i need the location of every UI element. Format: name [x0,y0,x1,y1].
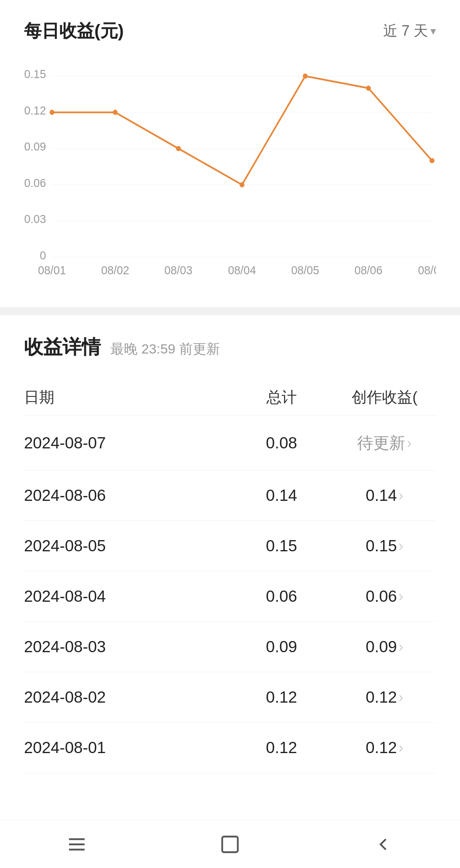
svg-point-22 [240,182,244,187]
svg-text:0.03: 0.03 [24,212,46,225]
svg-text:0.12: 0.12 [24,104,46,117]
details-section: 收益详情 最晚 23:59 前更新 日期 总计 创作收益( 2024-08-07… [0,315,460,820]
cell-total: 0.12 [230,688,333,706]
cell-creation[interactable]: 待更新› [333,432,436,454]
line-chart: 0 0.03 0.06 0.09 0.12 0.15 08/01 08/02 0… [24,59,436,283]
table-row[interactable]: 2024-08-060.140.14› [24,470,436,521]
svg-text:08/07: 08/07 [418,264,436,277]
chevron-right-icon: › [398,689,403,706]
svg-text:0.06: 0.06 [24,176,46,189]
cell-date: 2024-08-02 [24,688,230,706]
nav-menu-button[interactable] [61,828,93,860]
table-row[interactable]: 2024-08-020.120.12› [24,672,436,723]
page-wrapper: 每日收益(元) 近 7 天 ▾ 0 0.03 0.06 [0,0,460,868]
cell-creation[interactable]: 0.15› [333,537,436,555]
chevron-right-icon: › [398,538,403,555]
cell-date: 2024-08-01 [24,739,230,757]
cell-total: 0.14 [230,486,333,504]
table-body: 2024-08-070.08待更新›2024-08-060.140.14›202… [24,416,436,773]
bottom-nav [0,820,460,868]
cell-creation[interactable]: 0.12› [333,688,436,706]
creation-value: 0.15 [366,537,397,555]
col-header-total: 总计 [230,387,333,408]
cell-total: 0.15 [230,537,333,555]
svg-text:08/06: 08/06 [354,264,382,277]
table-row[interactable]: 2024-08-040.060.06› [24,571,436,622]
table-row[interactable]: 2024-08-030.090.09› [24,622,436,672]
table-row[interactable]: 2024-08-050.150.15› [24,521,436,571]
chart-filter-label: 近 7 天 [383,21,428,41]
nav-back-button[interactable] [367,828,399,860]
table-header: 日期 总计 创作收益( [24,379,436,416]
chart-header: 每日收益(元) 近 7 天 ▾ [24,19,436,43]
svg-text:08/04: 08/04 [228,264,256,277]
svg-point-25 [430,158,434,163]
table-row[interactable]: 2024-08-070.08待更新› [24,416,436,470]
creation-value: 0.12 [366,739,397,757]
svg-text:0.09: 0.09 [24,140,46,153]
chevron-right-icon: › [398,487,403,504]
svg-text:08/02: 08/02 [101,264,129,277]
col-header-creation: 创作收益( [333,387,436,408]
cell-total: 0.12 [230,739,333,757]
cell-creation[interactable]: 0.14› [333,486,436,504]
svg-text:08/03: 08/03 [164,264,192,277]
cell-date: 2024-08-03 [24,638,230,656]
cell-creation[interactable]: 0.09› [333,638,436,656]
details-update-text: 最晚 23:59 前更新 [110,340,220,358]
creation-value: 0.06 [366,587,397,605]
pending-label: 待更新 [357,432,405,454]
cell-date: 2024-08-05 [24,537,230,555]
svg-text:0: 0 [40,249,46,262]
cell-creation[interactable]: 0.06› [333,587,436,605]
table-row[interactable]: 2024-08-010.120.12› [24,723,436,773]
cell-date: 2024-08-06 [24,486,230,504]
creation-value: 0.14 [366,486,397,504]
cell-date: 2024-08-04 [24,587,230,605]
creation-value: 0.12 [366,688,397,706]
details-header: 收益详情 最晚 23:59 前更新 [24,334,436,360]
chevron-right-icon: › [398,588,403,605]
back-icon [373,834,394,855]
svg-point-24 [366,86,371,91]
chart-section: 每日收益(元) 近 7 天 ▾ 0 0.03 0.06 [0,0,460,307]
svg-text:0.15: 0.15 [24,68,46,81]
cell-total: 0.08 [230,434,333,452]
svg-point-21 [176,146,181,151]
nav-home-button[interactable] [214,828,246,860]
cell-creation[interactable]: 0.12› [333,739,436,757]
chevron-right-icon: › [407,435,412,452]
svg-rect-29 [222,836,238,852]
svg-point-19 [50,110,54,115]
chart-container: 0 0.03 0.06 0.09 0.12 0.15 08/01 08/02 0… [24,59,436,283]
cell-date: 2024-08-07 [24,434,230,452]
col-header-date: 日期 [24,387,230,408]
creation-value: 0.09 [366,638,397,656]
svg-text:08/05: 08/05 [291,264,319,277]
chart-filter[interactable]: 近 7 天 ▾ [383,21,436,41]
svg-point-23 [303,74,308,79]
cell-total: 0.09 [230,638,333,656]
chevron-right-icon: › [398,639,403,655]
square-icon [220,834,240,855]
svg-point-20 [113,110,118,115]
menu-icon [66,834,87,855]
cell-total: 0.06 [230,587,333,605]
details-title: 收益详情 [24,334,101,360]
chevron-right-icon: › [398,739,403,756]
svg-text:08/01: 08/01 [38,264,66,277]
chevron-down-icon: ▾ [430,24,436,38]
section-divider [0,307,460,315]
chart-title: 每日收益(元) [24,19,124,43]
